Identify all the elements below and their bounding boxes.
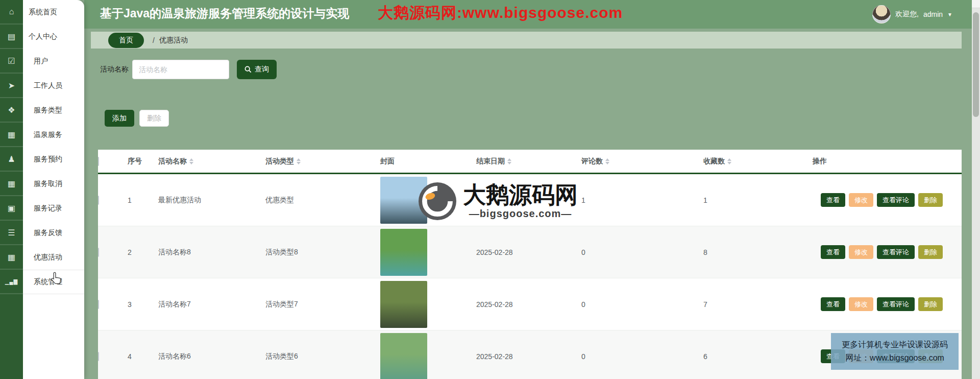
comments-count: 1 (577, 196, 699, 204)
grid-icon: ▦ (8, 179, 15, 188)
sidebar-item-label: 系统管理 (34, 277, 62, 287)
breadcrumb: 首页 / 优惠活动 (91, 32, 962, 49)
sort-icon[interactable] (605, 158, 609, 164)
bar-chart-icon[interactable]: ▁▄▇ (0, 270, 23, 294)
sort-icon[interactable] (189, 158, 193, 164)
home-icon: ⌂ (9, 7, 14, 16)
sidebar-item-10[interactable]: 优惠活动 (23, 245, 84, 270)
grid-icon[interactable]: ▦ (0, 172, 23, 196)
column-header-label: 序号 (128, 157, 142, 166)
main-area: 基于Java的温泉旅游服务管理系统的设计与实现 大鹅源码网:www.bigsgo… (84, 0, 972, 379)
bar-chart-icon: ▁▄▇ (5, 279, 18, 285)
column-header-label: 活动名称 (158, 157, 187, 166)
sidebar-item-2[interactable]: 用户 (23, 49, 84, 74)
row-index: 2 (124, 248, 154, 256)
chevron-down-icon[interactable]: ▼ (947, 12, 952, 17)
user-menu[interactable]: 欢迎您, admin ▼ (872, 0, 952, 29)
add-button[interactable]: 添加 (105, 110, 134, 127)
row-checkbox[interactable] (98, 352, 99, 361)
sidebar-item-9[interactable]: 服务反馈 (23, 221, 84, 245)
sidebar-item-6[interactable]: 服务预约 (23, 147, 84, 172)
table-row: 2活动名称8活动类型82025-02-2808查看修改查看评论删除 (98, 226, 962, 278)
row-checkbox[interactable] (98, 248, 99, 257)
person-icon[interactable]: ♟ (0, 147, 23, 172)
clipboard-icon[interactable]: ☑ (0, 49, 23, 74)
scrollbar[interactable] (972, 0, 980, 379)
delete-button[interactable]: 删除 (139, 110, 169, 127)
activity-name: 活动名称7 (154, 300, 261, 309)
search-button[interactable]: 查询 (237, 60, 277, 79)
goose-watermark-subtitle: —bigsgoose.com— (469, 208, 572, 220)
sidebar-item-label: 优惠活动 (34, 253, 62, 262)
sidebar-item-8[interactable]: 服务记录 (23, 196, 84, 221)
breadcrumb-home[interactable]: 首页 (108, 33, 144, 48)
row-checkbox[interactable] (98, 196, 99, 205)
sidebar-item-label: 服务预约 (34, 155, 62, 164)
favorites-count: 7 (699, 300, 808, 309)
sort-icon[interactable] (727, 158, 731, 164)
send-icon[interactable]: ➤ (0, 74, 23, 98)
goose-watermark-title: 大鹅源码网 (463, 183, 578, 207)
sort-icon[interactable] (507, 158, 511, 164)
ticket-icon[interactable]: ❖ (0, 98, 23, 123)
briefcase-icon[interactable]: ▣ (0, 196, 23, 221)
column-header[interactable]: 收藏数 (699, 157, 808, 166)
sidebar-item-label: 系统首页 (29, 8, 57, 17)
column-header[interactable]: 活动名称 (154, 157, 261, 166)
activity-type: 活动类型6 (261, 352, 376, 361)
end-date: 2025-02-28 (472, 352, 577, 361)
home-icon[interactable]: ⌂ (0, 0, 23, 25)
view-button[interactable]: 查看 (821, 297, 845, 311)
row-delete-button[interactable]: 删除 (918, 245, 943, 259)
column-header[interactable]: 评论数 (577, 157, 699, 166)
column-header[interactable]: 活动类型 (261, 157, 376, 166)
sidebar-menu: 系统首页个人中心用户工作人员服务类型温泉服务服务预约服务取消服务记录服务反馈优惠… (23, 0, 84, 379)
sidebar-item-11[interactable]: 系统管理 (23, 270, 84, 294)
sidebar-item-label: 服务取消 (34, 179, 62, 188)
grid-icon[interactable]: ▦ (0, 245, 23, 270)
activity-type: 活动类型7 (261, 300, 376, 309)
view-button[interactable]: 查看 (821, 193, 845, 207)
view-button[interactable]: 查看 (821, 245, 845, 259)
scrollbar-up-button[interactable] (972, 0, 980, 8)
row-actions: 查看修改查看评论删除 (808, 193, 962, 207)
row-delete-button[interactable]: 删除 (918, 297, 943, 311)
sort-icon[interactable] (297, 158, 301, 164)
sidebar-item-4[interactable]: 服务类型 (23, 98, 84, 123)
row-delete-button[interactable]: 删除 (918, 193, 943, 207)
profile-icon[interactable]: ▤ (0, 25, 23, 49)
hotspring-hotel-photo (380, 177, 427, 224)
view-comments-button[interactable]: 查看评论 (877, 245, 915, 259)
avatar[interactable] (872, 5, 891, 23)
scrollbar-thumb[interactable] (973, 12, 979, 117)
ticket-icon: ❖ (8, 105, 15, 115)
list-icon[interactable]: ☰ (0, 221, 23, 245)
column-header-label: 收藏数 (703, 157, 725, 166)
sidebar-item-7[interactable]: 服务取消 (23, 172, 84, 196)
edit-button[interactable]: 修改 (849, 193, 873, 207)
sidebar-item-label: 工作人员 (34, 81, 62, 90)
sidebar-item-0[interactable]: 系统首页 (23, 0, 84, 25)
sidebar-item-label: 用户 (34, 57, 48, 66)
send-icon: ➤ (8, 81, 15, 90)
column-header[interactable]: 结束日期 (472, 157, 577, 166)
sidebar-item-3[interactable]: 工作人员 (23, 74, 84, 98)
page-title: 基于Java的温泉旅游服务管理系统的设计与实现 (100, 6, 349, 21)
top-watermark-text: 大鹅源码网:www.bigsgoose.com (378, 3, 623, 23)
promo-line2: 网址：www.bigsgoose.com (845, 353, 944, 364)
edit-button[interactable]: 修改 (849, 297, 873, 311)
row-index: 1 (124, 196, 154, 204)
edit-button[interactable]: 修改 (849, 245, 873, 259)
view-comments-button[interactable]: 查看评论 (877, 193, 915, 207)
row-checkbox[interactable] (98, 300, 99, 309)
table-row: 1最新优惠活动优惠类型11查看修改查看评论删除大鹅源码网—bigsgoose.c… (98, 174, 962, 226)
sidebar-item-5[interactable]: 温泉服务 (23, 123, 84, 147)
grid-icon[interactable]: ▦ (0, 123, 23, 147)
view-comments-button[interactable]: 查看评论 (877, 297, 915, 311)
activity-name: 最新优惠活动 (154, 196, 261, 205)
hotspring-stream-photo (380, 229, 427, 276)
sidebar-item-1[interactable]: 个人中心 (23, 25, 84, 49)
search-input[interactable] (132, 60, 229, 79)
select-all-checkbox[interactable] (98, 157, 99, 166)
favorites-count: 8 (699, 248, 808, 256)
